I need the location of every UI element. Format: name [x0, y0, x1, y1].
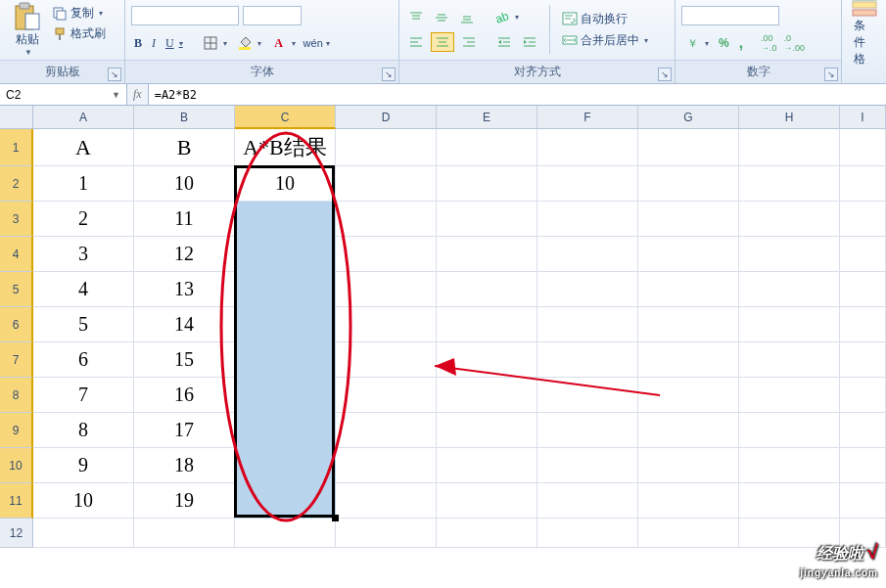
format-painter-button[interactable]: 格式刷 — [49, 24, 109, 43]
cell-D5[interactable] — [336, 272, 437, 307]
cell-E5[interactable] — [437, 272, 537, 307]
cell-H5[interactable] — [739, 272, 840, 307]
row-header-2[interactable]: 2 — [0, 166, 33, 202]
cell-I10[interactable] — [840, 448, 886, 483]
column-header-E[interactable]: E — [437, 106, 537, 129]
cell-H9[interactable] — [739, 413, 840, 448]
cell-I6[interactable] — [840, 307, 886, 342]
cell-G8[interactable] — [638, 378, 739, 413]
cell-E1[interactable] — [437, 129, 537, 166]
cell-E3[interactable] — [437, 202, 537, 237]
underline-button[interactable]: U▾ — [163, 35, 186, 52]
row-header-7[interactable]: 7 — [0, 342, 33, 378]
cell-G9[interactable] — [638, 413, 739, 448]
row-header-5[interactable]: 5 — [0, 272, 33, 307]
cell-H10[interactable] — [739, 448, 840, 483]
cell-D7[interactable] — [336, 342, 437, 378]
cell-B2[interactable]: 10 — [134, 166, 235, 202]
italic-button[interactable]: I — [149, 35, 159, 52]
cell-A4[interactable]: 3 — [33, 237, 134, 272]
cells-area[interactable]: ABA*B结果110102113124135146157168179181019 — [33, 129, 886, 548]
cell-G10[interactable] — [638, 448, 739, 483]
column-header-C[interactable]: C — [235, 106, 336, 129]
cell-F11[interactable] — [537, 483, 638, 519]
cell-F12[interactable] — [537, 519, 638, 548]
cell-F2[interactable] — [537, 166, 638, 202]
column-header-H[interactable]: H — [739, 106, 840, 129]
merge-center-button[interactable]: 合并后居中▾ — [559, 31, 651, 50]
align-bottom-button[interactable] — [456, 9, 478, 26]
cell-E10[interactable] — [437, 448, 537, 483]
cell-C12[interactable] — [235, 519, 336, 548]
cell-F1[interactable] — [537, 129, 638, 166]
column-header-I[interactable]: I — [840, 106, 886, 129]
align-center-button[interactable] — [431, 32, 454, 52]
cell-H11[interactable] — [739, 483, 840, 519]
fill-color-button[interactable]: ▾ — [234, 34, 264, 52]
cell-I4[interactable] — [840, 237, 886, 272]
cell-E11[interactable] — [437, 483, 537, 519]
row-header-9[interactable]: 9 — [0, 413, 33, 448]
cell-D6[interactable] — [336, 307, 437, 342]
cell-B4[interactable]: 12 — [134, 237, 235, 272]
cell-A1[interactable]: A — [33, 129, 134, 166]
decrease-indent-button[interactable] — [493, 33, 515, 51]
dialog-launcher-icon[interactable]: ↘ — [824, 68, 838, 81]
dialog-launcher-icon[interactable]: ↘ — [382, 68, 396, 81]
wrap-text-button[interactable]: 自动换行 — [559, 10, 651, 28]
column-header-F[interactable]: F — [537, 106, 638, 129]
formula-input[interactable]: =A2*B2 — [149, 84, 886, 105]
select-all-corner[interactable] — [0, 106, 33, 129]
dialog-launcher-icon[interactable]: ↘ — [658, 68, 672, 81]
cell-D11[interactable] — [336, 483, 437, 519]
column-header-A[interactable]: A — [33, 106, 134, 129]
row-header-6[interactable]: 6 — [0, 307, 33, 342]
cell-F6[interactable] — [537, 307, 638, 342]
cell-D8[interactable] — [336, 378, 437, 413]
cell-A7[interactable]: 6 — [33, 342, 134, 378]
cell-B6[interactable]: 14 — [134, 307, 235, 342]
cell-B12[interactable] — [134, 519, 235, 548]
cell-A6[interactable]: 5 — [33, 307, 134, 342]
cell-F9[interactable] — [537, 413, 638, 448]
name-box[interactable]: C2 ▼ — [0, 84, 127, 105]
cell-H3[interactable] — [739, 202, 840, 237]
cell-I8[interactable] — [840, 378, 886, 413]
cell-D4[interactable] — [336, 237, 437, 272]
cell-C6[interactable] — [235, 307, 336, 342]
cell-A10[interactable]: 9 — [33, 448, 134, 483]
cell-B8[interactable]: 16 — [134, 378, 235, 413]
cell-G11[interactable] — [638, 483, 739, 519]
cell-B10[interactable]: 18 — [134, 448, 235, 483]
cell-D9[interactable] — [336, 413, 437, 448]
cell-E6[interactable] — [437, 307, 537, 342]
align-middle-button[interactable] — [431, 9, 452, 26]
cell-E12[interactable] — [437, 519, 537, 548]
cell-H2[interactable] — [739, 166, 840, 202]
cell-I3[interactable] — [840, 202, 886, 237]
cell-B1[interactable]: B — [134, 129, 235, 166]
fx-button[interactable]: fx — [133, 87, 142, 102]
column-header-B[interactable]: B — [134, 106, 235, 129]
cell-A11[interactable]: 10 — [33, 483, 134, 519]
cell-C1[interactable]: A*B结果 — [235, 129, 336, 166]
cell-B7[interactable]: 15 — [134, 342, 235, 378]
cell-C7[interactable] — [235, 342, 336, 378]
cell-A3[interactable]: 2 — [33, 202, 134, 237]
cell-B9[interactable]: 17 — [134, 413, 235, 448]
cell-D1[interactable] — [336, 129, 437, 166]
cell-I9[interactable] — [840, 413, 886, 448]
phonetic-button[interactable]: wén▾ — [303, 34, 333, 52]
cell-F8[interactable] — [537, 378, 638, 413]
cell-C9[interactable] — [235, 413, 336, 448]
cell-G4[interactable] — [638, 237, 739, 272]
cell-C8[interactable] — [235, 378, 336, 413]
row-header-4[interactable]: 4 — [0, 237, 33, 272]
cell-H7[interactable] — [739, 342, 840, 378]
cell-C3[interactable] — [235, 202, 336, 237]
cell-G1[interactable] — [638, 129, 739, 166]
cell-I7[interactable] — [840, 342, 886, 378]
row-header-8[interactable]: 8 — [0, 378, 33, 413]
cell-I2[interactable] — [840, 166, 886, 202]
decrease-decimal-button[interactable]: .0→.00 — [783, 34, 805, 52]
